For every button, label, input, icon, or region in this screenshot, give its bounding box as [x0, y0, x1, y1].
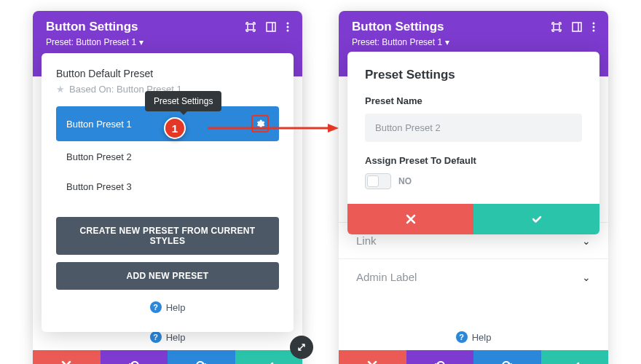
undo-button[interactable]: [101, 350, 168, 364]
settings-panel-left: Button Settings Preset: Button Preset 1 …: [33, 11, 302, 364]
caret-down-icon: ▾: [445, 37, 449, 47]
kebab-icon[interactable]: [592, 22, 595, 32]
toggle-state-label: NO: [398, 176, 412, 186]
svg-point-11: [593, 23, 595, 25]
action-bar: [33, 350, 302, 364]
action-bar: [339, 350, 608, 364]
kebab-icon[interactable]: [286, 22, 289, 32]
cancel-button[interactable]: [339, 350, 406, 364]
panel-icon[interactable]: [572, 22, 582, 32]
redo-button[interactable]: [473, 350, 541, 364]
svg-rect-8: [554, 24, 559, 30]
panel-header: Button Settings Preset: Button Preset 1 …: [33, 11, 302, 56]
preset-name-label: Preset Name: [365, 95, 582, 106]
resize-handle[interactable]: [290, 336, 313, 359]
panel-title: Button Settings: [352, 20, 444, 34]
popup-confirm-button[interactable]: [473, 204, 599, 234]
popup-actions: [347, 204, 599, 234]
cancel-button[interactable]: [33, 350, 101, 364]
chevron-down-icon: ⌄: [582, 272, 591, 283]
popup-cancel-button[interactable]: [347, 204, 473, 234]
chevron-down-icon: ⌄: [582, 235, 591, 247]
popup-title: Preset Settings: [365, 68, 582, 82]
default-preset-title[interactable]: Button Default Preset: [56, 68, 279, 79]
preset-settings-popup: Preset Settings Preset Name Assign Prese…: [347, 52, 599, 234]
svg-rect-9: [573, 23, 581, 31]
add-preset-button[interactable]: ADD NEW PRESET: [56, 262, 279, 290]
svg-point-5: [287, 30, 289, 32]
toggle-track: [365, 173, 391, 189]
expand-icon[interactable]: [245, 22, 256, 32]
panel-title: Button Settings: [46, 20, 138, 34]
assign-default-toggle[interactable]: NO: [365, 173, 582, 189]
save-button[interactable]: [541, 350, 609, 364]
svg-rect-1: [267, 23, 275, 31]
help-icon: ?: [456, 331, 468, 343]
preset-item-3[interactable]: Button Preset 3: [56, 173, 279, 201]
help-icon: ?: [150, 331, 162, 343]
header-icons: [551, 22, 595, 32]
create-preset-button[interactable]: CREATE NEW PRESET FROM CURRENT STYLES: [56, 217, 279, 255]
preset-item-2[interactable]: Button Preset 2: [56, 143, 279, 171]
svg-point-13: [593, 30, 595, 32]
svg-point-3: [287, 23, 289, 25]
header-icons: [245, 22, 289, 32]
svg-marker-7: [328, 124, 339, 132]
preset-indicator[interactable]: Preset: Button Preset 1 ▾: [46, 37, 289, 47]
tooltip: Preset Settings: [145, 91, 221, 111]
assign-default-label: Assign Preset To Default: [365, 155, 582, 166]
help-icon: ?: [150, 301, 162, 313]
footer-help[interactable]: ? Help: [339, 324, 608, 350]
caret-down-icon: ▾: [139, 37, 143, 47]
expand-icon[interactable]: [551, 22, 562, 32]
star-icon: ★: [56, 84, 65, 95]
annotation-arrow: [208, 122, 339, 134]
section-admin-label[interactable]: Admin Label ⌄: [339, 258, 608, 295]
svg-point-4: [287, 26, 289, 28]
preset-name-input[interactable]: [365, 114, 582, 142]
preset-indicator[interactable]: Preset: Button Preset 1 ▾: [352, 37, 595, 47]
settings-panel-right: Button Settings Preset: Button Preset 1 …: [339, 11, 608, 364]
undo-button[interactable]: [406, 350, 474, 364]
redo-button[interactable]: [168, 350, 235, 364]
svg-rect-0: [248, 24, 253, 30]
callout-1: 1: [164, 117, 186, 139]
panel-header: Button Settings Preset: Button Preset 1 …: [339, 11, 608, 56]
svg-point-12: [593, 26, 595, 28]
dropdown-help[interactable]: ? Help: [56, 290, 279, 320]
panel-icon[interactable]: [266, 22, 276, 32]
